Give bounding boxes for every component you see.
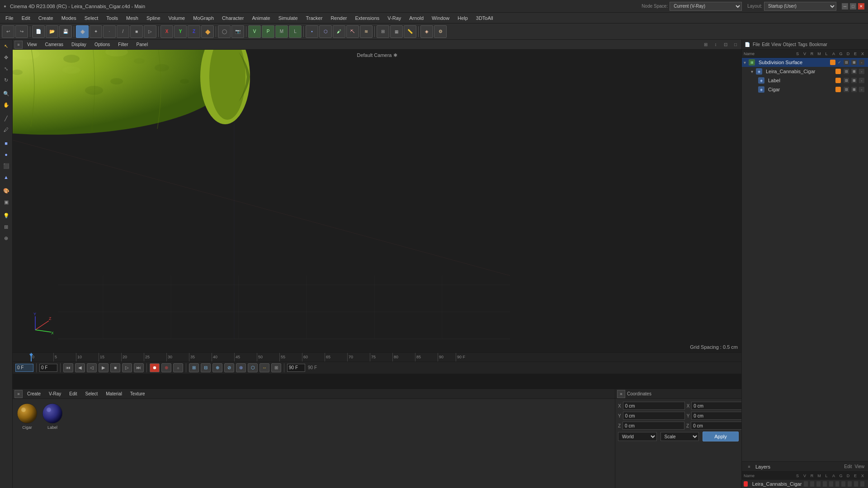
cigar-inner-tag-3[interactable]: ▫ (859, 87, 864, 92)
viewport-menu-toggle[interactable]: ≡ (14, 41, 23, 49)
obj-panel-icon[interactable]: 📄 (744, 41, 751, 48)
layer-icon-m[interactable] (823, 481, 827, 487)
vray-ipr-btn[interactable]: P (262, 25, 274, 38)
menu-3dtoall[interactable]: 3DToAll (472, 14, 497, 22)
menu-volume[interactable]: Volume (165, 14, 189, 22)
cigar-tag-2[interactable]: ▩ (851, 69, 857, 74)
menu-select[interactable]: Select (81, 14, 102, 22)
autokey-button[interactable]: ⊕ (161, 363, 171, 372)
sphere-tool[interactable]: ● (1, 149, 12, 160)
stop-button[interactable]: ■ (110, 363, 120, 372)
hair-btn[interactable]: ≋ (360, 25, 373, 38)
menu-edit[interactable]: Edit (18, 14, 34, 22)
obj-view-menu[interactable]: View (771, 42, 781, 47)
tree-item-cigar-obj[interactable]: ◈ Cigar ▨ ▩ ▫ (742, 85, 868, 94)
open-button[interactable]: 📂 (46, 25, 58, 38)
tree-item-leira-cigar[interactable]: ▾ ◈ Leira_Cannabis_Cigar ▨ ▩ ▫ (742, 67, 868, 76)
layer-item-cigar[interactable]: Leira_Cannabis_Cigar (742, 480, 868, 488)
next-frame-button[interactable]: ▷ (122, 363, 132, 372)
array-tool[interactable]: ⊞ (1, 221, 12, 232)
paint-btn[interactable]: 🖌 (333, 25, 345, 38)
viewport-menu-filter[interactable]: Filter (114, 41, 132, 48)
texture-tool[interactable]: ▣ (1, 197, 12, 207)
layers-view[interactable]: View (855, 464, 865, 469)
cube-tool[interactable]: ■ (1, 138, 12, 149)
save-button[interactable]: 💾 (59, 25, 72, 38)
motion-btn-2[interactable]: ⊟ (201, 363, 211, 372)
menu-mesh[interactable]: Mesh (123, 14, 142, 22)
pen-tool[interactable]: 🖊 (1, 124, 12, 135)
layer-icon-l[interactable] (829, 481, 833, 487)
label-tag-2[interactable]: ▩ (851, 78, 857, 83)
cone-tool[interactable]: ▲ (1, 172, 12, 183)
keyframe-button[interactable]: ⬦ (173, 363, 183, 372)
menu-extensions[interactable]: Extensions (351, 14, 383, 22)
ruler-btn[interactable]: 📏 (404, 25, 416, 38)
motion-btn-4[interactable]: ⊘ (224, 363, 234, 372)
attr-x2-input[interactable] (691, 402, 741, 410)
camera-pan-tool[interactable]: ✋ (1, 99, 12, 110)
render-settings-btn[interactable]: ⚙ (434, 25, 447, 38)
edge-mode-button[interactable]: / (117, 25, 129, 38)
menu-tracker[interactable]: Tracker (302, 14, 326, 22)
menu-file[interactable]: File (2, 14, 17, 22)
menu-character[interactable]: Character (218, 14, 247, 22)
material-cigar[interactable]: Cigar (16, 403, 38, 430)
tree-item-subdivision-surface[interactable]: ▾ ⊞ Subdivision Surface ✓ ▨ ▩ ▫ (742, 58, 868, 67)
viewport-icon-4[interactable]: □ (731, 41, 740, 49)
new-scene-button[interactable]: 📄 (32, 25, 45, 38)
move-tool[interactable]: ✥ (1, 52, 12, 63)
maximize-button[interactable]: □ (850, 3, 856, 9)
motion-btn-6[interactable]: ⬡ (248, 363, 258, 372)
attr-z-input[interactable] (623, 422, 684, 430)
layout-dropdown[interactable]: Startup (User) (764, 2, 836, 11)
b-axis-button[interactable]: ◆ (201, 25, 214, 38)
render-btn[interactable]: ◈ (420, 25, 433, 38)
subdivsurf-tag-2[interactable]: ▩ (851, 60, 857, 65)
layer-icon-r[interactable] (816, 481, 821, 487)
menu-help[interactable]: Help (454, 14, 472, 22)
deform-btn[interactable]: ⬡ (319, 25, 332, 38)
label-tag-1[interactable]: ▨ (844, 78, 849, 83)
menu-window[interactable]: Window (428, 14, 453, 22)
grid-btn[interactable]: ▦ (390, 25, 403, 38)
menu-vray[interactable]: V-Ray (384, 14, 405, 22)
menu-simulate[interactable]: Simulate (275, 14, 302, 22)
undo-button[interactable]: ↩ (2, 25, 14, 38)
obj-edit-menu[interactable]: Edit (762, 42, 769, 47)
menu-tools[interactable]: Tools (103, 14, 122, 22)
coord-system-dropdown[interactable]: World Local (618, 432, 657, 441)
model-mode-button[interactable]: ◈ (76, 25, 89, 38)
rotate-tool[interactable]: ↻ (1, 75, 12, 85)
go-start-button[interactable]: ⏮ (63, 363, 73, 372)
play-button[interactable]: ▶ (99, 363, 108, 372)
viewport[interactable]: Perspective Default Camera ✱ Grid Spacin… (13, 50, 741, 352)
attr-x-input[interactable] (623, 402, 685, 410)
line-tool[interactable]: ╱ (1, 113, 12, 124)
minimize-button[interactable]: ─ (842, 3, 848, 9)
snap-btn[interactable]: ⊞ (377, 25, 389, 38)
material-menu-edit[interactable]: Edit (66, 390, 80, 397)
material-menu-select[interactable]: Select (81, 390, 101, 397)
layer-icon-a[interactable] (835, 481, 840, 487)
null-button[interactable]: ◯ (218, 25, 231, 38)
viewport-menu-cameras[interactable]: Cameras (42, 41, 67, 48)
obj-tags-menu[interactable]: Tags (798, 42, 807, 47)
motion-btn-8[interactable]: ⊞ (271, 363, 281, 372)
point-mode-button[interactable]: · (103, 25, 116, 38)
end-frame-input[interactable] (287, 364, 305, 372)
sculpt-btn[interactable]: ⛏ (346, 25, 359, 38)
layer-icon-s[interactable] (804, 481, 808, 487)
record-button[interactable]: ⏺ (150, 363, 160, 372)
scale-tool[interactable]: ⤡ (1, 63, 12, 74)
layer-icon-x[interactable] (860, 481, 864, 487)
layer-icon-e[interactable] (854, 481, 858, 487)
play-reverse-button[interactable]: ◁ (87, 363, 97, 372)
viewport-menu-view[interactable]: View (24, 41, 41, 48)
material-menu-create[interactable]: Create (24, 390, 44, 397)
z-axis-button[interactable]: Z (188, 25, 200, 38)
viewport-icon-1[interactable]: ⊞ (702, 41, 710, 49)
menu-arnold[interactable]: Arnold (406, 14, 427, 22)
cigar-tag-1[interactable]: ▨ (844, 69, 849, 74)
motion-btn-7[interactable]: ↔ (259, 363, 269, 372)
